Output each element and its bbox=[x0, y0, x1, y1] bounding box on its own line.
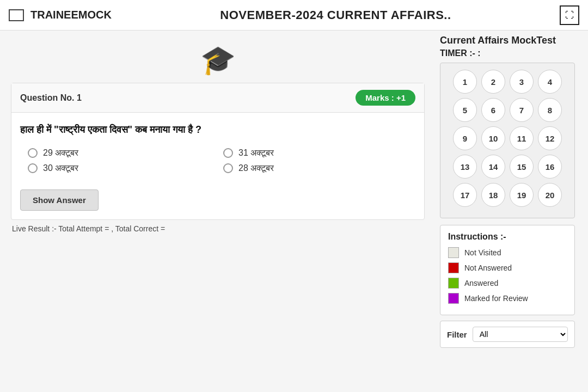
grid-cell-13[interactable]: 13 bbox=[453, 155, 477, 179]
main-container: 🎓 Question No. 1 Marks : +1 हाल ही में "… bbox=[0, 30, 588, 357]
option-2-label: 31 अक्टूबर bbox=[238, 148, 274, 158]
not-answered-color bbox=[448, 262, 459, 273]
grid-cell-17[interactable]: 17 bbox=[453, 183, 477, 207]
filter-row: Filter All Not Visited Not Answered Answ… bbox=[440, 321, 575, 348]
right-panel: Current Affairs MockTest TIMER :- : 1 2 … bbox=[436, 30, 579, 357]
grid-cell-5[interactable]: 5 bbox=[453, 98, 477, 122]
grid-cell-19[interactable]: 19 bbox=[510, 183, 534, 207]
instructions-title: Instructions :- bbox=[448, 232, 567, 242]
header-title: NOVEMBER-2024 CURRENT AFFAIRS.. bbox=[220, 8, 451, 22]
show-answer-button[interactable]: Show Answer bbox=[20, 189, 99, 211]
header: TRAINEEMOCK NOVEMBER-2024 CURRENT AFFAIR… bbox=[0, 0, 588, 30]
option-radio-2[interactable] bbox=[223, 148, 233, 158]
logo: TRAINEEMOCK bbox=[9, 9, 112, 21]
grid-cell-18[interactable]: 18 bbox=[481, 183, 505, 207]
grid-cell-4[interactable]: 4 bbox=[538, 70, 562, 94]
question-number: Question No. 1 bbox=[20, 93, 82, 103]
option-radio-1[interactable] bbox=[28, 148, 38, 158]
option-4-label: 28 अक्टूबर bbox=[238, 163, 274, 173]
filter-select[interactable]: All Not Visited Not Answered Answered Ma… bbox=[473, 327, 568, 342]
option-3-label: 30 अक्टूबर bbox=[43, 163, 78, 173]
question-card: Question No. 1 Marks : +1 हाल ही में "रा… bbox=[11, 83, 425, 220]
logo-text: TRAINEEMOCK bbox=[30, 9, 112, 21]
question-header: Question No. 1 Marks : +1 bbox=[11, 83, 424, 113]
timer-row: TIMER :- : bbox=[436, 47, 579, 63]
instruction-answered: Answered bbox=[448, 278, 567, 289]
avatar-area: 🎓 bbox=[11, 39, 425, 76]
grid-row-4: 13 14 15 16 bbox=[446, 155, 569, 179]
grid-row-5: 17 18 19 20 bbox=[446, 183, 569, 207]
option-4[interactable]: 28 अक्टूबर bbox=[223, 163, 408, 173]
mocktest-title: Current Affairs MockTest bbox=[436, 30, 579, 47]
answered-color bbox=[448, 278, 459, 289]
option-2[interactable]: 31 अक्टूबर bbox=[223, 148, 408, 158]
grid-cell-15[interactable]: 15 bbox=[510, 155, 534, 179]
grid-cell-3[interactable]: 3 bbox=[510, 70, 534, 94]
grid-cell-6[interactable]: 6 bbox=[481, 98, 505, 122]
grid-cell-2[interactable]: 2 bbox=[481, 70, 505, 94]
left-panel: 🎓 Question No. 1 Marks : +1 हाल ही में "… bbox=[0, 30, 436, 357]
not-visited-color bbox=[448, 247, 459, 258]
expand-button[interactable]: ⛶ bbox=[560, 5, 579, 25]
option-3[interactable]: 30 अक्टूबर bbox=[28, 163, 212, 173]
marks-badge: Marks : +1 bbox=[356, 90, 415, 106]
grid-cell-14[interactable]: 14 bbox=[481, 155, 505, 179]
grid-cell-16[interactable]: 16 bbox=[538, 155, 562, 179]
question-text: हाल ही में "राष्ट्रीय एकता दिवस" कब मनाय… bbox=[11, 113, 424, 143]
live-result: Live Result :- Total Attempt = , Total C… bbox=[11, 224, 425, 233]
grid-cell-10[interactable]: 10 bbox=[481, 126, 505, 150]
instruction-marked-review: Marked for Review bbox=[448, 293, 567, 304]
question-grid: 1 2 3 4 5 6 7 8 9 10 11 12 13 14 15 16 bbox=[440, 63, 575, 218]
grid-cell-12[interactable]: 12 bbox=[538, 126, 562, 150]
marked-review-label: Marked for Review bbox=[464, 294, 528, 303]
instruction-not-visited: Not Visited bbox=[448, 247, 567, 258]
grid-row-2: 5 6 7 8 bbox=[446, 98, 569, 122]
not-answered-label: Not Answered bbox=[464, 264, 512, 272]
expand-icon: ⛶ bbox=[565, 10, 574, 20]
grid-row-1: 1 2 3 4 bbox=[446, 70, 569, 94]
filter-label: Filter bbox=[447, 330, 467, 339]
option-1[interactable]: 29 अक्टूबर bbox=[28, 148, 212, 158]
option-1-label: 29 अक्टूबर bbox=[43, 148, 78, 158]
grid-cell-11[interactable]: 11 bbox=[510, 126, 534, 150]
answered-label: Answered bbox=[464, 279, 498, 287]
avatar: 🎓 bbox=[200, 46, 236, 74]
grid-cell-8[interactable]: 8 bbox=[538, 98, 562, 122]
grid-cell-7[interactable]: 7 bbox=[510, 98, 534, 122]
logo-box-icon bbox=[9, 9, 24, 21]
option-radio-4[interactable] bbox=[223, 163, 233, 173]
grid-cell-20[interactable]: 20 bbox=[538, 183, 562, 207]
option-radio-3[interactable] bbox=[28, 163, 38, 173]
not-visited-label: Not Visited bbox=[464, 248, 501, 257]
marked-review-color bbox=[448, 293, 459, 304]
grid-row-3: 9 10 11 12 bbox=[446, 126, 569, 150]
options-grid: 29 अक्टूबर 31 अक्टूबर 30 अक्टूबर 28 अक्ट… bbox=[11, 143, 424, 184]
grid-cell-1[interactable]: 1 bbox=[453, 70, 477, 94]
grid-cell-9[interactable]: 9 bbox=[453, 126, 477, 150]
instructions-box: Instructions :- Not Visited Not Answered… bbox=[440, 225, 575, 315]
instruction-not-answered: Not Answered bbox=[448, 262, 567, 273]
